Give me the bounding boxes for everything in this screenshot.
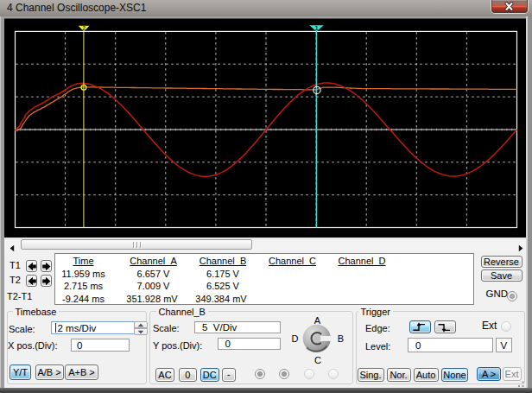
svg-text:2: 2 (82, 25, 86, 31)
svg-text:1: 1 (314, 24, 318, 32)
